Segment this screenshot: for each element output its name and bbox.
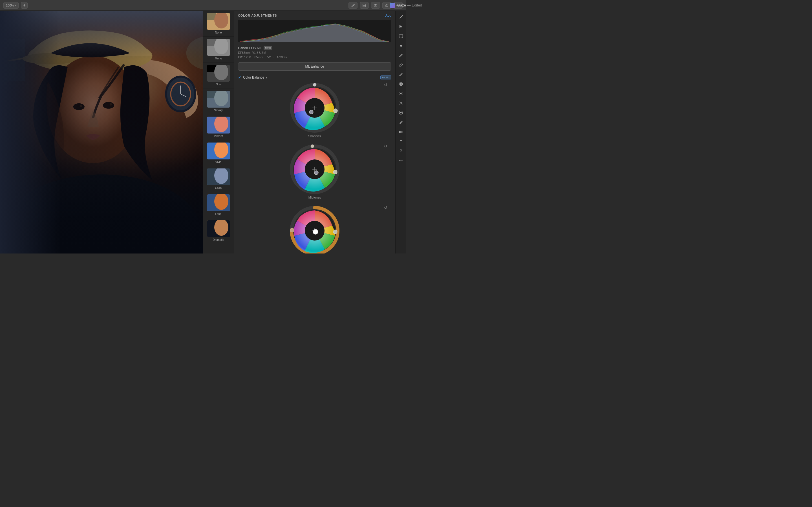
midtones-reset[interactable]: ↺ (384, 144, 388, 149)
svg-point-66 (314, 171, 318, 175)
svg-point-101 (401, 152, 401, 153)
svg-point-84 (399, 92, 400, 93)
preset-thumb-loud (207, 194, 230, 211)
svg-point-76 (333, 230, 337, 234)
svg-point-100 (400, 150, 402, 151)
pin-icon[interactable] (397, 147, 405, 155)
highlights-section: ↺ (234, 204, 395, 253)
highlights-wheel-container[interactable] (289, 205, 340, 253)
app-title: Gaze — Edited (397, 3, 406, 7)
adjustments-panel: COLOR ADJUSTMENTS Add (234, 11, 395, 253)
svg-point-83 (400, 93, 402, 94)
transform-btn[interactable] (360, 2, 369, 9)
shadows-label: Shadows (238, 134, 391, 138)
preset-label-noir: Noir (216, 83, 221, 86)
ml-fix-badge[interactable]: ML Fix (380, 75, 391, 79)
circle-adjust-icon[interactable] (397, 109, 405, 117)
zoom-control[interactable]: 100% ▾ (3, 2, 18, 9)
radial-icon[interactable] (397, 80, 405, 88)
preset-thumb-vibrant (207, 117, 230, 133)
midtones-wheel-container[interactable] (289, 144, 340, 194)
type-icon[interactable] (397, 137, 405, 145)
color-balance-header: ✓ Color Balance ▾ ML Fix (234, 73, 395, 81)
right-sidebar: None Mono Noir Smoky (203, 11, 406, 253)
preset-calm[interactable]: Calm (203, 166, 234, 192)
marquee-icon[interactable] (397, 32, 405, 40)
svg-point-88 (400, 102, 402, 104)
highlights-reset[interactable]: ↺ (384, 205, 388, 210)
preset-vibrant[interactable]: Vibrant (203, 114, 234, 140)
svg-point-85 (402, 92, 402, 93)
svg-line-94 (402, 104, 402, 105)
zoom-level: 100% (6, 4, 14, 7)
svg-line-93 (400, 102, 400, 102)
paint-icon[interactable] (397, 118, 405, 126)
svg-rect-99 (399, 131, 403, 133)
svg-rect-78 (399, 34, 403, 38)
preset-thumb-smoky (207, 91, 230, 108)
preset-thumb-noir (207, 65, 230, 82)
svg-point-56 (313, 83, 316, 87)
more-icon[interactable] (397, 157, 405, 165)
preset-noir[interactable]: Noir (203, 62, 234, 89)
preset-dramatic[interactable]: Dramatic (203, 218, 234, 244)
shadows-reset[interactable]: ↺ (384, 82, 388, 87)
color-balance-check: ✓ (238, 75, 241, 80)
svg-point-74 (313, 229, 318, 234)
color-balance-label: Color Balance (243, 75, 264, 79)
shadows-section: ↺ (234, 81, 395, 143)
export-btn[interactable] (371, 2, 380, 9)
photo-background (0, 11, 203, 253)
star-icon[interactable] (397, 42, 405, 50)
preset-vivid[interactable]: Vivid (203, 140, 234, 166)
preset-loud[interactable]: Loud (203, 192, 234, 218)
focal-value: 85mm (254, 55, 263, 59)
photo-overlay (0, 11, 203, 253)
camera-settings: ISO 1250 85mm ƒ/2.5 1/200 s (238, 55, 391, 59)
preset-label-vibrant: Vibrant (214, 135, 223, 138)
pen-tool-btn[interactable] (349, 2, 357, 9)
dots-icon[interactable] (397, 90, 405, 98)
svg-point-104 (402, 160, 402, 161)
photo-area (0, 11, 203, 253)
preset-label-smoky: Smoky (214, 109, 223, 112)
midtones-label: Midtones (238, 196, 391, 199)
color-balance-chevron[interactable]: ▾ (266, 76, 267, 79)
shadows-wheel-container[interactable] (289, 82, 340, 133)
aperture-value: ƒ/2.5 (266, 55, 273, 59)
svg-point-65 (311, 145, 314, 148)
svg-point-75 (290, 228, 294, 232)
presets-strip: None Mono Noir Smoky (203, 11, 234, 253)
preset-label-none: None (215, 31, 222, 34)
camera-name: Canon EOS 6D (238, 46, 261, 50)
histogram-container (238, 20, 391, 42)
gradient-icon[interactable] (397, 128, 405, 136)
svg-point-67 (333, 170, 337, 174)
preset-thumb-calm (207, 168, 230, 185)
sun-icon[interactable] (397, 99, 405, 107)
add-adjustment-link[interactable]: Add (386, 13, 391, 17)
svg-point-82 (400, 83, 402, 85)
svg-line-95 (400, 104, 400, 105)
pencil-icon[interactable] (397, 70, 405, 78)
cursor-icon[interactable] (397, 22, 405, 31)
shutter-value: 1/200 s (277, 55, 287, 59)
preset-smoky[interactable]: Smoky (203, 89, 234, 114)
iso-value: ISO 1250 (238, 55, 251, 59)
preset-thumb-none (207, 13, 230, 30)
app-icon (390, 3, 395, 8)
ml-enhance-button[interactable]: ML Enhance (238, 62, 391, 71)
preset-none[interactable]: None (203, 11, 234, 37)
pen-tool-icon[interactable] (397, 13, 405, 21)
midtones-section: ↺ (234, 143, 395, 204)
svg-point-87 (402, 94, 402, 95)
eraser-icon[interactable] (397, 61, 405, 69)
preset-mono[interactable]: Mono (203, 37, 234, 62)
titlebar-left: 100% ▾ + (3, 2, 28, 9)
brush-icon[interactable] (397, 51, 405, 59)
add-button[interactable]: + (21, 2, 28, 9)
svg-point-57 (309, 110, 313, 114)
panel-header: COLOR ADJUSTMENTS Add (234, 11, 395, 20)
preset-thumb-vivid (207, 143, 230, 159)
main-content: None Mono Noir Smoky (0, 11, 406, 253)
